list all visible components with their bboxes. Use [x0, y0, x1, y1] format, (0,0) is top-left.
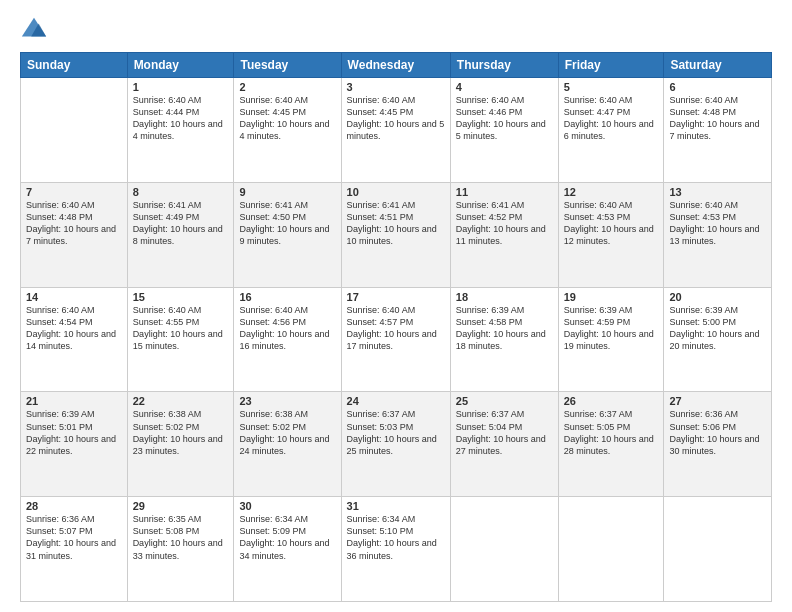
calendar-cell: 25Sunrise: 6:37 AMSunset: 5:04 PMDayligh… — [450, 392, 558, 497]
calendar-cell: 9Sunrise: 6:41 AMSunset: 4:50 PMDaylight… — [234, 182, 341, 287]
day-number: 6 — [669, 81, 766, 93]
calendar-cell: 6Sunrise: 6:40 AMSunset: 4:48 PMDaylight… — [664, 78, 772, 183]
day-number: 5 — [564, 81, 659, 93]
calendar-cell: 8Sunrise: 6:41 AMSunset: 4:49 PMDaylight… — [127, 182, 234, 287]
calendar-cell: 14Sunrise: 6:40 AMSunset: 4:54 PMDayligh… — [21, 287, 128, 392]
calendar-cell: 15Sunrise: 6:40 AMSunset: 4:55 PMDayligh… — [127, 287, 234, 392]
cell-info: Sunrise: 6:36 AMSunset: 5:06 PMDaylight:… — [669, 409, 759, 455]
cell-info: Sunrise: 6:40 AMSunset: 4:54 PMDaylight:… — [26, 305, 116, 351]
cell-info: Sunrise: 6:40 AMSunset: 4:57 PMDaylight:… — [347, 305, 437, 351]
cell-info: Sunrise: 6:34 AMSunset: 5:10 PMDaylight:… — [347, 514, 437, 560]
cell-info: Sunrise: 6:40 AMSunset: 4:46 PMDaylight:… — [456, 95, 546, 141]
calendar-cell: 29Sunrise: 6:35 AMSunset: 5:08 PMDayligh… — [127, 497, 234, 602]
calendar-cell — [664, 497, 772, 602]
cell-info: Sunrise: 6:40 AMSunset: 4:53 PMDaylight:… — [564, 200, 654, 246]
cell-info: Sunrise: 6:40 AMSunset: 4:45 PMDaylight:… — [347, 95, 445, 141]
calendar-cell — [21, 78, 128, 183]
cell-info: Sunrise: 6:39 AMSunset: 5:01 PMDaylight:… — [26, 409, 116, 455]
calendar-cell: 28Sunrise: 6:36 AMSunset: 5:07 PMDayligh… — [21, 497, 128, 602]
day-number: 13 — [669, 186, 766, 198]
day-number: 14 — [26, 291, 122, 303]
cell-info: Sunrise: 6:38 AMSunset: 5:02 PMDaylight:… — [239, 409, 329, 455]
logo — [20, 16, 52, 44]
calendar-cell: 16Sunrise: 6:40 AMSunset: 4:56 PMDayligh… — [234, 287, 341, 392]
calendar-cell: 13Sunrise: 6:40 AMSunset: 4:53 PMDayligh… — [664, 182, 772, 287]
calendar-cell: 23Sunrise: 6:38 AMSunset: 5:02 PMDayligh… — [234, 392, 341, 497]
day-number: 15 — [133, 291, 229, 303]
col-header-sunday: Sunday — [21, 53, 128, 78]
day-number: 23 — [239, 395, 335, 407]
cell-info: Sunrise: 6:40 AMSunset: 4:44 PMDaylight:… — [133, 95, 223, 141]
cell-info: Sunrise: 6:39 AMSunset: 5:00 PMDaylight:… — [669, 305, 759, 351]
day-number: 21 — [26, 395, 122, 407]
cell-info: Sunrise: 6:40 AMSunset: 4:53 PMDaylight:… — [669, 200, 759, 246]
day-number: 31 — [347, 500, 445, 512]
col-header-monday: Monday — [127, 53, 234, 78]
day-number: 16 — [239, 291, 335, 303]
day-number: 22 — [133, 395, 229, 407]
calendar-cell: 19Sunrise: 6:39 AMSunset: 4:59 PMDayligh… — [558, 287, 664, 392]
cell-info: Sunrise: 6:41 AMSunset: 4:49 PMDaylight:… — [133, 200, 223, 246]
calendar-cell — [450, 497, 558, 602]
col-header-friday: Friday — [558, 53, 664, 78]
calendar-cell: 4Sunrise: 6:40 AMSunset: 4:46 PMDaylight… — [450, 78, 558, 183]
day-number: 4 — [456, 81, 553, 93]
calendar-week-2: 7Sunrise: 6:40 AMSunset: 4:48 PMDaylight… — [21, 182, 772, 287]
calendar-cell — [558, 497, 664, 602]
cell-info: Sunrise: 6:40 AMSunset: 4:48 PMDaylight:… — [669, 95, 759, 141]
cell-info: Sunrise: 6:34 AMSunset: 5:09 PMDaylight:… — [239, 514, 329, 560]
col-header-wednesday: Wednesday — [341, 53, 450, 78]
day-number: 9 — [239, 186, 335, 198]
cell-info: Sunrise: 6:37 AMSunset: 5:05 PMDaylight:… — [564, 409, 654, 455]
cell-info: Sunrise: 6:41 AMSunset: 4:51 PMDaylight:… — [347, 200, 437, 246]
calendar-cell: 5Sunrise: 6:40 AMSunset: 4:47 PMDaylight… — [558, 78, 664, 183]
calendar-cell: 21Sunrise: 6:39 AMSunset: 5:01 PMDayligh… — [21, 392, 128, 497]
header — [20, 16, 772, 44]
calendar-cell: 1Sunrise: 6:40 AMSunset: 4:44 PMDaylight… — [127, 78, 234, 183]
calendar-cell: 2Sunrise: 6:40 AMSunset: 4:45 PMDaylight… — [234, 78, 341, 183]
calendar-cell: 18Sunrise: 6:39 AMSunset: 4:58 PMDayligh… — [450, 287, 558, 392]
cell-info: Sunrise: 6:41 AMSunset: 4:50 PMDaylight:… — [239, 200, 329, 246]
day-number: 19 — [564, 291, 659, 303]
col-header-thursday: Thursday — [450, 53, 558, 78]
page: SundayMondayTuesdayWednesdayThursdayFrid… — [0, 0, 792, 612]
day-number: 29 — [133, 500, 229, 512]
day-number: 27 — [669, 395, 766, 407]
calendar-header-row: SundayMondayTuesdayWednesdayThursdayFrid… — [21, 53, 772, 78]
calendar-cell: 3Sunrise: 6:40 AMSunset: 4:45 PMDaylight… — [341, 78, 450, 183]
calendar-week-4: 21Sunrise: 6:39 AMSunset: 5:01 PMDayligh… — [21, 392, 772, 497]
cell-info: Sunrise: 6:37 AMSunset: 5:04 PMDaylight:… — [456, 409, 546, 455]
calendar-cell: 17Sunrise: 6:40 AMSunset: 4:57 PMDayligh… — [341, 287, 450, 392]
calendar-cell: 7Sunrise: 6:40 AMSunset: 4:48 PMDaylight… — [21, 182, 128, 287]
calendar-week-3: 14Sunrise: 6:40 AMSunset: 4:54 PMDayligh… — [21, 287, 772, 392]
day-number: 12 — [564, 186, 659, 198]
day-number: 25 — [456, 395, 553, 407]
cell-info: Sunrise: 6:40 AMSunset: 4:56 PMDaylight:… — [239, 305, 329, 351]
cell-info: Sunrise: 6:36 AMSunset: 5:07 PMDaylight:… — [26, 514, 116, 560]
calendar-cell: 26Sunrise: 6:37 AMSunset: 5:05 PMDayligh… — [558, 392, 664, 497]
cell-info: Sunrise: 6:38 AMSunset: 5:02 PMDaylight:… — [133, 409, 223, 455]
day-number: 11 — [456, 186, 553, 198]
col-header-saturday: Saturday — [664, 53, 772, 78]
cell-info: Sunrise: 6:40 AMSunset: 4:47 PMDaylight:… — [564, 95, 654, 141]
cell-info: Sunrise: 6:35 AMSunset: 5:08 PMDaylight:… — [133, 514, 223, 560]
day-number: 1 — [133, 81, 229, 93]
cell-info: Sunrise: 6:40 AMSunset: 4:45 PMDaylight:… — [239, 95, 329, 141]
calendar-cell: 31Sunrise: 6:34 AMSunset: 5:10 PMDayligh… — [341, 497, 450, 602]
day-number: 2 — [239, 81, 335, 93]
cell-info: Sunrise: 6:37 AMSunset: 5:03 PMDaylight:… — [347, 409, 437, 455]
day-number: 20 — [669, 291, 766, 303]
calendar-week-1: 1Sunrise: 6:40 AMSunset: 4:44 PMDaylight… — [21, 78, 772, 183]
cell-info: Sunrise: 6:40 AMSunset: 4:48 PMDaylight:… — [26, 200, 116, 246]
day-number: 30 — [239, 500, 335, 512]
calendar: SundayMondayTuesdayWednesdayThursdayFrid… — [20, 52, 772, 602]
day-number: 3 — [347, 81, 445, 93]
cell-info: Sunrise: 6:39 AMSunset: 4:59 PMDaylight:… — [564, 305, 654, 351]
calendar-cell: 10Sunrise: 6:41 AMSunset: 4:51 PMDayligh… — [341, 182, 450, 287]
calendar-cell: 11Sunrise: 6:41 AMSunset: 4:52 PMDayligh… — [450, 182, 558, 287]
calendar-cell: 27Sunrise: 6:36 AMSunset: 5:06 PMDayligh… — [664, 392, 772, 497]
col-header-tuesday: Tuesday — [234, 53, 341, 78]
calendar-cell: 12Sunrise: 6:40 AMSunset: 4:53 PMDayligh… — [558, 182, 664, 287]
calendar-cell: 24Sunrise: 6:37 AMSunset: 5:03 PMDayligh… — [341, 392, 450, 497]
cell-info: Sunrise: 6:39 AMSunset: 4:58 PMDaylight:… — [456, 305, 546, 351]
